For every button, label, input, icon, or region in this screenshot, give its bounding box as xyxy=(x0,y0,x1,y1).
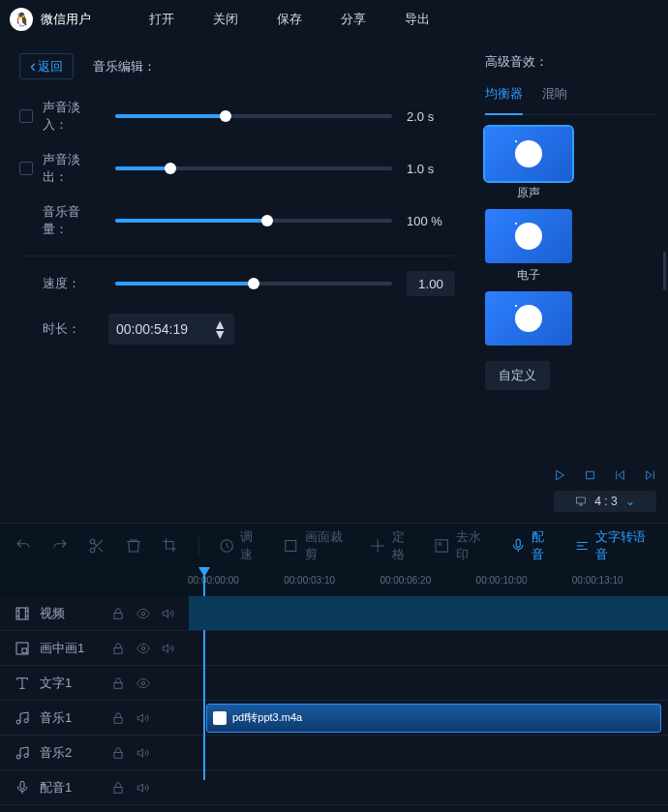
dub-button[interactable]: 配音 xyxy=(510,528,555,563)
crop-tool-button[interactable] xyxy=(162,537,179,555)
svg-rect-13 xyxy=(22,648,27,653)
preset-original[interactable]: 原声 xyxy=(485,127,572,201)
svg-rect-23 xyxy=(114,752,122,758)
sound-icon[interactable] xyxy=(137,781,150,795)
dial-icon xyxy=(515,140,542,167)
svg-point-2 xyxy=(90,539,95,544)
watermark-button[interactable]: 去水印 xyxy=(434,528,490,563)
speed-row: 速度： xyxy=(19,271,455,296)
user-name: 微信用户 xyxy=(41,11,91,28)
duration-value: 00:00:54:19 xyxy=(116,321,213,337)
volume-row: 音乐音量： 100 % xyxy=(19,203,455,238)
speed-slider[interactable] xyxy=(115,282,392,286)
prev-icon[interactable] xyxy=(614,467,626,483)
fx-panel: 高级音效： 均衡器 混响 原声 电子 自定义 xyxy=(474,39,668,523)
fade-out-label: 声音淡出： xyxy=(43,151,101,186)
sound-icon[interactable] xyxy=(162,642,175,655)
toolbar: 调速 画面裁剪 定格 去水印 配音 文字转语音 xyxy=(0,523,668,567)
svg-rect-20 xyxy=(114,717,122,723)
volume-value: 100 % xyxy=(407,214,455,228)
svg-rect-24 xyxy=(20,781,24,789)
duration-stepper[interactable]: ▲▼ xyxy=(213,319,227,339)
back-button[interactable]: 返回 xyxy=(19,53,74,79)
preview-controls: 4 : 3 ⌄ xyxy=(542,460,668,520)
undo-button[interactable] xyxy=(15,537,32,555)
scrollbar[interactable] xyxy=(663,252,666,290)
film-icon xyxy=(15,606,30,621)
menu-share[interactable]: 分享 xyxy=(341,11,366,28)
chevron-down-icon: ⌄ xyxy=(625,495,635,508)
fade-in-label: 声音淡入： xyxy=(43,99,101,134)
sound-icon[interactable] xyxy=(137,746,150,760)
tab-reverb[interactable]: 混响 xyxy=(542,85,567,106)
svg-rect-25 xyxy=(114,787,122,793)
track-music2: 音乐2 xyxy=(0,736,668,770)
svg-rect-6 xyxy=(437,539,448,551)
tab-equalizer[interactable]: 均衡器 xyxy=(485,85,523,115)
svg-rect-1 xyxy=(577,497,586,503)
preset-item[interactable] xyxy=(485,291,572,346)
fx-title: 高级音效： xyxy=(485,53,658,71)
eye-icon[interactable] xyxy=(137,642,150,655)
mic-icon xyxy=(15,780,30,796)
lock-icon[interactable] xyxy=(111,677,125,690)
svg-point-21 xyxy=(16,755,20,759)
lock-icon[interactable] xyxy=(111,642,125,655)
crop-button[interactable]: 画面裁剪 xyxy=(283,528,350,563)
delete-button[interactable] xyxy=(125,537,142,555)
music-edit-panel: 返回 音乐编辑： 声音淡入： 2.0 s 声音淡出： 1.0 s 音乐音量： 1… xyxy=(0,39,474,523)
menu-save[interactable]: 保存 xyxy=(277,11,302,28)
svg-point-3 xyxy=(90,548,95,553)
fade-out-checkbox[interactable] xyxy=(19,162,33,175)
preset-list: 原声 电子 自定义 xyxy=(485,127,658,390)
custom-button[interactable]: 自定义 xyxy=(485,361,550,390)
volume-slider[interactable] xyxy=(115,219,392,223)
redo-button[interactable] xyxy=(51,537,69,555)
fade-in-slider[interactable] xyxy=(115,114,392,118)
dial-icon xyxy=(515,223,542,250)
speed-input[interactable] xyxy=(407,271,455,296)
menu-close[interactable]: 关闭 xyxy=(213,11,238,28)
track-text: 文字1 xyxy=(0,666,668,701)
menu-open[interactable]: 打开 xyxy=(149,11,174,28)
duration-input[interactable]: 00:00:54:19 ▲▼ xyxy=(108,314,234,345)
speed-button[interactable]: 调速 xyxy=(219,528,263,563)
duration-row: 时长： 00:00:54:19 ▲▼ xyxy=(19,314,455,345)
lock-icon[interactable] xyxy=(111,607,125,620)
sound-icon[interactable] xyxy=(162,607,175,620)
eye-icon[interactable] xyxy=(137,607,150,620)
svg-rect-5 xyxy=(286,540,296,551)
track-music1: 音乐1 pdf转ppt3.m4a xyxy=(0,701,668,736)
svg-point-7 xyxy=(439,542,441,545)
preset-electronic[interactable]: 电子 xyxy=(485,209,572,284)
svg-point-19 xyxy=(24,718,28,722)
music-icon xyxy=(15,745,30,761)
aspect-selector[interactable]: 4 : 3 ⌄ xyxy=(554,491,656,512)
fade-out-value: 1.0 s xyxy=(407,162,455,176)
fade-in-checkbox[interactable] xyxy=(19,109,33,123)
svg-point-18 xyxy=(16,720,20,724)
avatar[interactable]: 🐧 xyxy=(10,8,33,31)
play-icon[interactable] xyxy=(554,467,566,483)
svg-rect-16 xyxy=(114,682,122,688)
cut-button[interactable] xyxy=(88,537,106,555)
top-bar: 🐧 微信用户 打开 关闭 保存 分享 导出 xyxy=(0,0,668,39)
menu-export[interactable]: 导出 xyxy=(405,11,430,28)
sound-icon[interactable] xyxy=(137,711,150,725)
next-icon[interactable] xyxy=(644,467,656,483)
lock-icon[interactable] xyxy=(111,781,125,795)
lock-icon[interactable] xyxy=(111,746,125,760)
speed-label: 速度： xyxy=(43,275,101,292)
eye-icon[interactable] xyxy=(137,677,150,690)
track-video: 视频 你懂的... 阅读器GA版PDF查找.mp4 xyxy=(0,596,668,631)
svg-rect-9 xyxy=(16,608,28,619)
fade-out-slider[interactable] xyxy=(115,166,392,170)
volume-label: 音乐音量： xyxy=(43,203,101,238)
lock-icon[interactable] xyxy=(111,711,125,725)
stop-icon[interactable] xyxy=(584,467,596,483)
audio-clip-1[interactable]: pdf转ppt3.m4a xyxy=(206,704,661,733)
track-dub: 配音1 xyxy=(0,770,668,805)
freeze-button[interactable]: 定格 xyxy=(370,528,414,563)
timeline-ruler[interactable]: 00:00:00:00 00:00:03:10 00:00:06:20 00:0… xyxy=(0,567,668,596)
tts-button[interactable]: 文字转语音 xyxy=(574,528,653,563)
